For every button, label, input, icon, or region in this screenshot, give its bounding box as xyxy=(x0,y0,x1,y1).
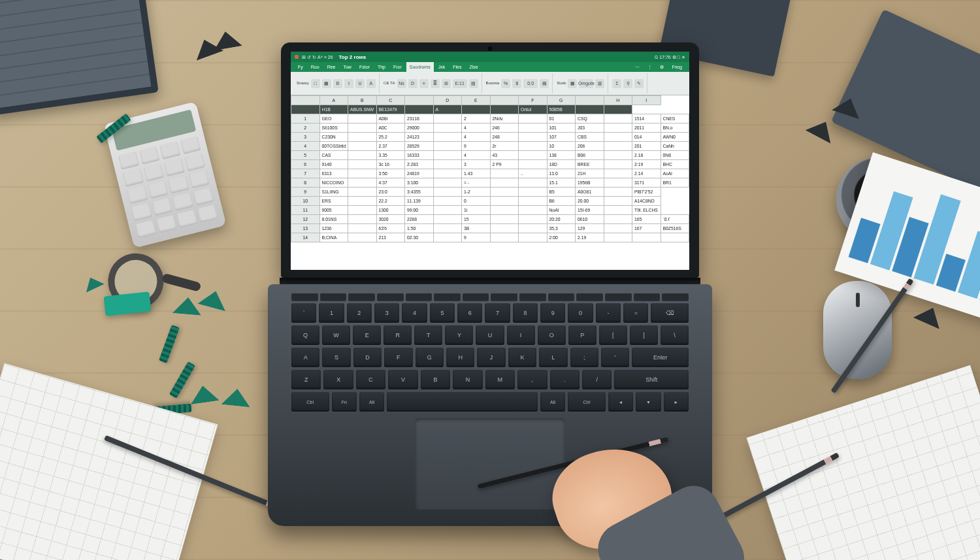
cell[interactable]: A08r xyxy=(376,114,405,124)
cell[interactable] xyxy=(490,206,519,215)
cell[interactable] xyxy=(519,124,547,133)
cell[interactable]: 10 xyxy=(547,142,576,151)
cell[interactable] xyxy=(433,133,462,142)
sheet-header-cell[interactable]: Ontol xyxy=(519,105,547,114)
cell[interactable]: 2.19 xyxy=(576,233,604,242)
titlebar-icon[interactable]: ≡ xyxy=(324,55,327,59)
cell[interactable]: 43 xyxy=(490,151,519,160)
ribbon-button[interactable]: U xyxy=(355,79,365,88)
cell[interactable]: 2.37 xyxy=(376,142,405,151)
titlebar-icon[interactable]: Aᵃ xyxy=(318,55,323,59)
cell[interactable]: GEO xyxy=(319,114,348,124)
cell[interactable] xyxy=(348,224,377,233)
column-header[interactable]: F xyxy=(519,96,547,105)
cell[interactable]: 4 xyxy=(462,124,491,133)
cell[interactable]: 23:0 xyxy=(376,188,405,197)
cell[interactable] xyxy=(433,142,462,151)
cell[interactable]: = - xyxy=(462,178,491,188)
cell[interactable] xyxy=(433,124,462,133)
cell[interactable] xyxy=(519,215,547,224)
cell[interactable] xyxy=(433,206,462,215)
cell[interactable] xyxy=(490,197,519,206)
cell[interactable]: A0O81 xyxy=(576,188,604,197)
cell[interactable]: 99:00 xyxy=(405,206,434,215)
cell[interactable] xyxy=(519,197,547,206)
cell[interactable]: 129 xyxy=(576,224,604,233)
cell[interactable]: 3.35 xyxy=(376,151,405,160)
column-header[interactable]: H xyxy=(604,96,632,105)
ribbon-tab-right[interactable]: Fncg xyxy=(668,62,685,72)
ribbon-tab[interactable]: Fles xyxy=(449,62,465,72)
cell[interactable] xyxy=(348,169,377,178)
cell[interactable]: B0Z516S xyxy=(661,224,689,233)
cell[interactable] xyxy=(604,142,632,151)
ribbon-tab[interactable]: Thp xyxy=(374,62,389,72)
cell[interactable]: 0 xyxy=(462,197,491,206)
column-header[interactable]: G xyxy=(547,96,576,105)
ribbon-button[interactable]: 0.0 xyxy=(523,79,538,88)
cell[interactable] xyxy=(604,206,632,215)
cell[interactable] xyxy=(348,160,377,169)
row-header[interactable]: 4 xyxy=(291,142,320,151)
cell[interactable] xyxy=(519,151,547,160)
cell[interactable] xyxy=(490,215,519,224)
cell[interactable]: T9l. ELCHS xyxy=(632,206,661,215)
cell[interactable] xyxy=(519,133,547,142)
cell[interactable] xyxy=(433,178,462,188)
ribbon-button[interactable]: $ xyxy=(512,79,521,88)
cell[interactable] xyxy=(604,188,632,197)
cell[interactable]: 11.139 xyxy=(405,197,434,206)
cell[interactable]: 1-2 xyxy=(462,188,491,197)
cell[interactable]: 63'6 xyxy=(376,224,405,233)
cell[interactable]: 3 xyxy=(462,160,491,169)
sheet-header-cell[interactable] xyxy=(405,105,434,114)
cell[interactable] xyxy=(604,233,632,242)
cell[interactable] xyxy=(604,151,632,160)
cell[interactable]: 3:50 xyxy=(376,169,405,178)
ribbon-button[interactable]: I xyxy=(344,79,353,88)
column-header[interactable] xyxy=(405,96,434,105)
ribbon-button[interactable]: ✎ xyxy=(634,79,644,88)
cell[interactable]: AWN0 xyxy=(661,133,689,142)
cell[interactable]: 101 xyxy=(547,124,576,133)
cell[interactable]: B06 xyxy=(576,151,604,160)
ribbon-button[interactable]: D xyxy=(408,79,417,88)
ribbon-button[interactable]: ▥ xyxy=(595,79,604,88)
cell[interactable]: CaNh xyxy=(661,142,689,151)
cell[interactable]: CSQ xyxy=(576,114,604,124)
cell[interactable]: 1i xyxy=(462,206,491,215)
cell[interactable]: 2.18 xyxy=(632,151,661,160)
cell[interactable]: 15 xyxy=(462,215,491,224)
cell[interactable]: 4 xyxy=(462,133,491,142)
titlebar-icon[interactable]: ↻ xyxy=(312,55,316,59)
cell[interactable]: 2Ndv. xyxy=(490,114,519,124)
cell[interactable] xyxy=(348,133,377,142)
cell[interactable]: B;CINA xyxy=(319,233,348,242)
cell[interactable]: NICCOINO xyxy=(319,178,348,188)
cell[interactable] xyxy=(348,178,377,188)
cell[interactable] xyxy=(348,151,377,160)
cell[interactable]: C230N xyxy=(319,133,348,142)
cell[interactable]: `0.I' xyxy=(661,215,689,224)
ribbon-button[interactable]: ▦ xyxy=(568,79,577,88)
cell[interactable] xyxy=(604,224,632,233)
cell[interactable]: 4 xyxy=(462,151,491,160)
cell[interactable]: 167 xyxy=(632,224,661,233)
cell[interactable]: 3171 xyxy=(632,178,661,188)
ribbon-tab[interactable]: Roo xyxy=(308,62,323,72)
ribbon-button[interactable]: Σ xyxy=(612,79,621,88)
ribbon-tab[interactable]: Fy xyxy=(295,62,306,72)
cell[interactable] xyxy=(604,124,632,133)
cell[interactable] xyxy=(490,233,519,242)
cell[interactable]: 13.0 xyxy=(547,169,576,178)
cell[interactable]: 00TOSSbtld xyxy=(319,142,348,151)
spreadsheet-grid[interactable]: ABCDEFGHIH1BABUS.SNWBE13479AOntol50B5B1G… xyxy=(291,95,689,270)
cell[interactable] xyxy=(519,206,547,215)
cell[interactable]: 3B xyxy=(462,224,491,233)
titlebar-icon[interactable]: ⊞ xyxy=(302,55,306,59)
cell[interactable]: .. xyxy=(519,169,547,178)
ribbon-tab[interactable]: Tow xyxy=(340,62,354,72)
cell[interactable]: ERS xyxy=(319,197,348,206)
titlebar-control[interactable]: 17:76 xyxy=(659,55,671,59)
cell[interactable]: CNES xyxy=(661,114,689,124)
